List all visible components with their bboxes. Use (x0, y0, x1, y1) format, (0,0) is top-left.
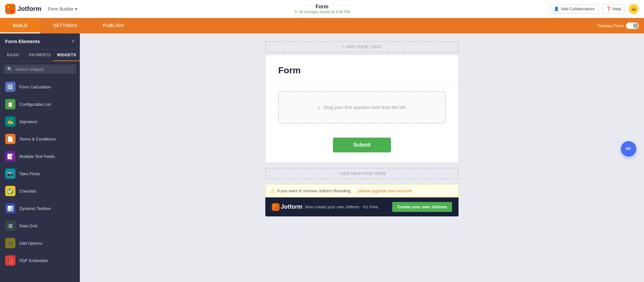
help-icon: ❓ (606, 6, 611, 11)
preview-section: Preview Form (598, 18, 644, 33)
widget-item[interactable]: ➕ Add Options (0, 234, 80, 252)
widget-label: Terms & Conditions (19, 137, 56, 141)
tab-basic[interactable]: BASIC (0, 50, 27, 61)
widget-label: Multiple Text Fields (19, 154, 55, 159)
person-icon: 👤 (554, 6, 559, 11)
footer-logo-icon (272, 203, 279, 211)
search-input-wrap: 🔍 (4, 65, 76, 74)
widget-item[interactable]: 📝 Multiple Text Fields (0, 148, 80, 165)
form-card: Form ⊹ Drag your first question here fro… (265, 55, 459, 163)
svg-point-2 (11, 6, 13, 8)
top-header: Jotform Form Builder ▾ Form ↻ All change… (0, 0, 644, 18)
footer-tagline: Now create your own Jotform - It's Free (305, 205, 378, 209)
widget-label: Signature (19, 119, 37, 124)
widget-item[interactable]: 📷 Take Photo (0, 165, 80, 182)
preview-toggle-switch[interactable] (626, 23, 639, 29)
widget-item[interactable]: ⊞ Data Grid (0, 217, 80, 234)
widget-label: Checklist (19, 189, 36, 194)
widget-item[interactable]: ✅ Checklist (0, 182, 80, 200)
avatar-emoji: 🐱 (630, 5, 637, 13)
svg-point-8 (273, 208, 275, 209)
saved-status: ↻ All changes saved at 4:58 PM (294, 10, 350, 14)
widget-icon: 📋 (5, 99, 15, 109)
add-page-bar[interactable]: + ADD NEW PAGE HERE (265, 168, 459, 179)
jotform-logo-icon (5, 4, 15, 14)
widget-label: Data Grid (19, 223, 37, 228)
widget-list: 🔢 Form Calculation 📋 Configurable List ✍… (0, 77, 80, 282)
add-logo-bar[interactable]: + ADD YOUR LOGO (265, 41, 459, 52)
widget-item[interactable]: 📋 Configurable List (0, 96, 80, 113)
svg-point-4 (11, 10, 13, 12)
preview-toggle: Preview Form (598, 23, 639, 29)
widget-item[interactable]: 🔢 Form Calculation (0, 78, 80, 96)
widget-label: Take Photo (19, 171, 40, 176)
widget-item[interactable]: 📄 Terms & Conditions (0, 130, 80, 148)
create-jotform-button[interactable]: Create your own Jotform (392, 202, 452, 212)
chevron-down-icon: ▾ (75, 6, 77, 12)
upgrade-link[interactable]: please upgrade your account (358, 188, 412, 193)
saved-text: All changes saved at 4:58 PM (299, 10, 350, 14)
svg-point-1 (7, 6, 9, 8)
widget-item[interactable]: ✍️ Signature (0, 113, 80, 130)
widget-icon: ➕ (5, 238, 15, 248)
drop-zone[interactable]: ⊹ Drag your first question here from the… (278, 91, 446, 123)
toggle-knob (633, 23, 638, 28)
form-builder-label: Form Builder (48, 6, 73, 12)
fab-button[interactable]: ✏ (621, 141, 636, 157)
notice-icon: ⚠ (270, 188, 275, 194)
tab-build[interactable]: BUILD (0, 18, 40, 33)
tab-build-label: BUILD (13, 23, 27, 28)
submit-section: Submit (265, 131, 459, 163)
tab-payments[interactable]: PAYMENTS (27, 50, 53, 61)
create-jotform-label: Create your own Jotform (397, 205, 447, 209)
jotform-logo-text: Jotform (17, 5, 41, 13)
search-input[interactable] (15, 67, 73, 72)
widget-label: Add Options (19, 241, 43, 246)
widget-item[interactable]: 📕 PDF Embedder (0, 252, 80, 269)
form-card-body: ⊹ Drag your first question here from the… (265, 84, 459, 131)
tab-publish[interactable]: PUBLISH (90, 18, 137, 33)
svg-point-6 (273, 205, 275, 206)
tab-bar: BUILD SETTINGS PUBLISH Preview Form (0, 18, 644, 33)
branding-notice: ⚠ If you want to remove Jotform Branding… (265, 184, 459, 197)
header-right: 👤 Add Collaborators ❓ Help 🐱 (550, 4, 639, 14)
svg-rect-5 (272, 203, 279, 211)
sidebar-header: Form Elements × (0, 33, 80, 50)
widget-icon: ✅ (5, 186, 15, 196)
footer-logo-text: Jotform (281, 204, 302, 210)
check-icon: ↻ (294, 10, 298, 14)
widget-icon: ⊞ (5, 221, 15, 231)
add-collaborators-button[interactable]: 👤 Add Collaborators (550, 4, 599, 14)
svg-point-9 (276, 208, 278, 209)
help-label: Help (612, 6, 621, 11)
tab-publish-label: PUBLISH (103, 23, 124, 28)
add-collaborators-label: Add Collaborators (561, 6, 594, 11)
widget-label: Configurable List (19, 102, 51, 107)
jotform-logo: Jotform (5, 4, 41, 14)
tab-settings[interactable]: SETTINGS (40, 18, 90, 33)
header-center: Form ↻ All changes saved at 4:58 PM (294, 4, 350, 14)
close-sidebar-button[interactable]: × (71, 38, 75, 45)
footer-brand: Jotform Now create your own Jotform - It… (272, 203, 378, 211)
avatar[interactable]: 🐱 (629, 4, 639, 14)
sidebar-title: Form Elements (5, 39, 40, 44)
submit-button[interactable]: Submit (333, 138, 391, 152)
submit-label: Submit (353, 142, 371, 148)
jotform-footer: Jotform Now create your own Jotform - It… (265, 197, 459, 216)
widget-item[interactable]: 📊 Dynamic Textbox (0, 200, 80, 217)
help-button[interactable]: ❓ Help (602, 4, 625, 14)
svg-rect-0 (5, 4, 15, 14)
header-left: Jotform Form Builder ▾ (5, 4, 80, 14)
widget-icon: 📊 (5, 203, 15, 214)
widget-icon: 📝 (5, 151, 15, 161)
form-builder-button[interactable]: Form Builder ▾ (45, 5, 80, 13)
svg-point-3 (7, 10, 9, 12)
drop-zone-text: Drag your first question here from the l… (324, 105, 407, 110)
tab-widgets[interactable]: WIDGETS (53, 50, 80, 61)
widget-icon: ✍️ (5, 116, 15, 127)
main-layout: Form Elements × BASIC PAYMENTS WIDGETS 🔍… (0, 33, 644, 282)
widget-icon: 📷 (5, 168, 15, 179)
svg-point-7 (276, 205, 278, 206)
search-icon: 🔍 (7, 67, 13, 72)
sidebar-tabs: BASIC PAYMENTS WIDGETS (0, 50, 80, 61)
